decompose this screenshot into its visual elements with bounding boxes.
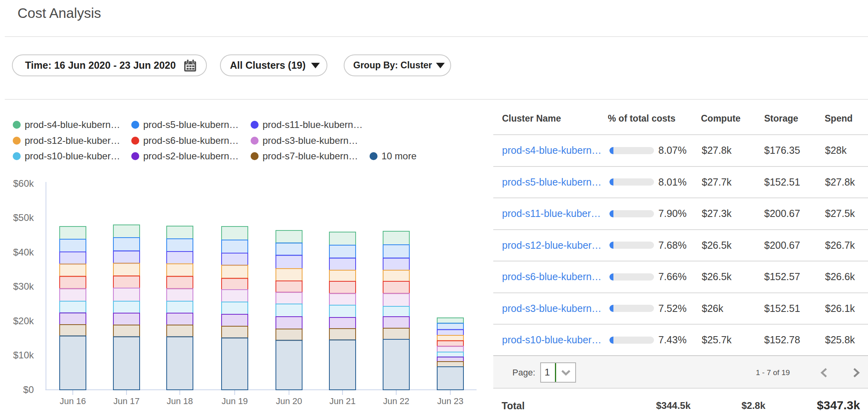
svg-text:$50k: $50k	[13, 212, 34, 223]
svg-text:$40k: $40k	[13, 247, 34, 257]
svg-text:Jun 23: Jun 23	[437, 396, 463, 406]
svg-text:$30k: $30k	[13, 281, 34, 292]
svg-text:$20k: $20k	[13, 315, 34, 326]
svg-text:$60k: $60k	[13, 178, 34, 189]
svg-text:Jun 20: Jun 20	[276, 396, 302, 406]
svg-text:Jun 19: Jun 19	[222, 396, 248, 406]
svg-text:Jun 16: Jun 16	[60, 396, 86, 406]
svg-text:$10k: $10k	[13, 350, 34, 360]
svg-text:Jun 22: Jun 22	[383, 396, 409, 406]
svg-text:Jun 21: Jun 21	[329, 396, 356, 406]
svg-text:Jun 18: Jun 18	[167, 396, 193, 406]
svg-text:Jun 17: Jun 17	[113, 396, 140, 406]
svg-text:$0: $0	[23, 384, 34, 395]
